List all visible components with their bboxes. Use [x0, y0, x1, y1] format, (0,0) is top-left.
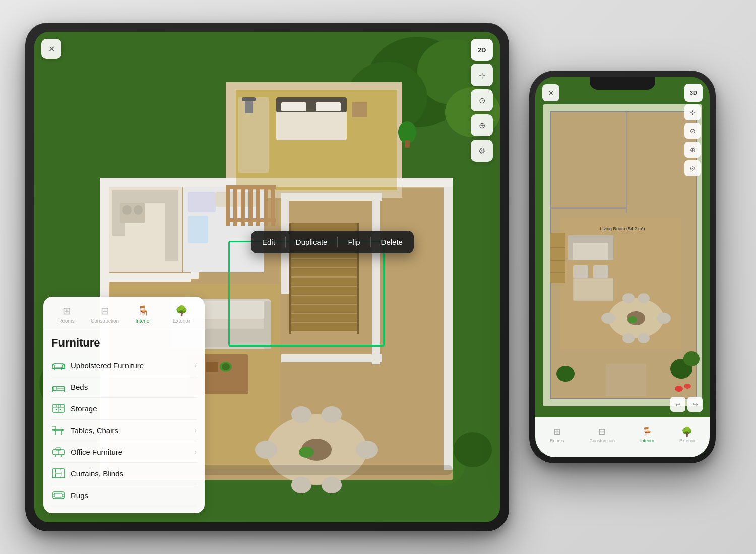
phone-notch — [590, 77, 655, 90]
svg-rect-73 — [316, 102, 341, 111]
phone-camera-button[interactable]: ⊙ — [684, 123, 701, 139]
context-menu-duplicate[interactable]: Duplicate — [287, 235, 337, 249]
svg-rect-60 — [291, 268, 357, 276]
storage-icon — [51, 403, 66, 414]
svg-point-164 — [556, 366, 575, 382]
svg-rect-123 — [54, 493, 62, 497]
curtains-icon — [51, 468, 66, 479]
svg-point-149 — [601, 313, 615, 324]
context-menu-flip[interactable]: Flip — [339, 235, 369, 249]
phone-exterior-icon: 🌳 — [681, 426, 692, 437]
tablet-settings-button[interactable]: ⚙ — [471, 140, 493, 162]
furniture-item-kitchen[interactable]: Kitchen › — [51, 506, 197, 513]
phone-rooms-icon: ⊞ — [553, 426, 561, 437]
sidebar-tab-rooms[interactable]: ⊞ Rooms — [47, 303, 86, 326]
phone-tab-construction[interactable]: ⊟ Construction — [589, 426, 615, 443]
sidebar-tab-exterior-label: Exterior — [173, 318, 190, 324]
svg-rect-24 — [281, 354, 382, 362]
svg-point-153 — [622, 333, 635, 343]
tablet-layers-button[interactable]: ⊕ — [471, 114, 493, 136]
sidebar-tab-interior[interactable]: 🪑 Interior — [124, 303, 162, 326]
tablet-expand-button[interactable]: ⊹ — [471, 64, 493, 86]
furniture-item-tables-chairs[interactable]: Tables, Chairs › — [51, 420, 197, 441]
svg-point-106 — [56, 409, 57, 410]
svg-rect-79 — [405, 140, 410, 148]
furniture-item-storage[interactable]: Storage › — [51, 398, 197, 420]
phone-expand-icon: ⊹ — [690, 109, 696, 116]
phone-tab-interior[interactable]: 🪑 Interior — [640, 426, 654, 443]
close-icon: ✕ — [48, 44, 55, 54]
phone-close-button[interactable]: ✕ — [542, 84, 559, 101]
tables-chairs-label: Tables, Chairs — [71, 426, 118, 435]
tablet-camera-button[interactable]: ⊙ — [471, 89, 493, 111]
svg-point-47 — [255, 441, 277, 459]
svg-rect-64 — [291, 305, 357, 313]
svg-point-156 — [628, 316, 637, 323]
furniture-section-title: Furniture — [51, 336, 197, 350]
furniture-item-beds[interactable]: Beds › — [51, 376, 197, 398]
svg-point-6 — [454, 432, 492, 467]
curtains-label: Curtains, Blinds — [71, 469, 123, 478]
phone-expand-button[interactable]: ⊹ — [684, 104, 701, 120]
phone-camera-icon: ⊙ — [690, 127, 696, 135]
svg-rect-145 — [608, 235, 613, 260]
svg-rect-87 — [226, 185, 276, 189]
phone-settings-button[interactable]: ⚙ — [684, 160, 701, 176]
phone-tab-rooms[interactable]: ⊞ Rooms — [550, 426, 564, 443]
kitchen-icon — [51, 511, 66, 513]
phone-close-icon: ✕ — [548, 89, 554, 97]
svg-rect-61 — [291, 278, 357, 286]
rugs-label: Rugs — [71, 491, 88, 500]
furniture-item-curtains-left: Curtains, Blinds — [51, 468, 123, 479]
svg-point-152 — [638, 293, 650, 303]
phone-tab-construction-label: Construction — [589, 438, 615, 443]
upholstered-icon — [51, 360, 66, 371]
svg-rect-161 — [573, 278, 613, 301]
phone-right-icons: ⊹ ⊙ ⊕ ⚙ — [684, 84, 703, 176]
furniture-item-upholstered-left: Upholstered Furniture — [51, 360, 144, 371]
svg-rect-41 — [264, 301, 271, 349]
phone-undo-button[interactable]: ↩ — [670, 397, 685, 412]
furniture-item-rugs-left: Rugs — [51, 490, 88, 501]
tablet-close-button[interactable]: ✕ — [41, 39, 61, 59]
svg-rect-93 — [55, 367, 62, 369]
svg-rect-88 — [226, 218, 276, 222]
svg-rect-28 — [165, 190, 178, 261]
furniture-item-tables-chairs-left: Tables, Chairs — [51, 425, 118, 436]
furniture-item-office[interactable]: Office Furniture › — [51, 441, 197, 463]
phone-tab-exterior[interactable]: 🌳 Exterior — [679, 426, 695, 443]
svg-rect-167 — [606, 364, 646, 396]
svg-rect-77 — [242, 97, 256, 101]
furniture-item-curtains[interactable]: Curtains, Blinds › — [51, 463, 197, 484]
sidebar-tab-rooms-label: Rooms — [58, 318, 75, 324]
office-icon — [51, 446, 66, 457]
context-menu-edit[interactable]: Edit — [253, 235, 284, 249]
kitchen-label: Kitchen — [71, 513, 96, 514]
phone-layers-icon: ⊕ — [690, 146, 696, 154]
svg-rect-20 — [100, 273, 191, 282]
svg-rect-146 — [573, 265, 588, 278]
svg-point-108 — [60, 409, 61, 410]
svg-point-154 — [638, 333, 650, 343]
storage-label: Storage — [71, 404, 97, 413]
layers-icon: ⊕ — [479, 121, 485, 130]
scene: Edit Duplicate Flip Delete ✕ 2D ⊹ — [0, 0, 756, 554]
svg-rect-143 — [568, 235, 613, 243]
sidebar-tab-exterior[interactable]: 🌳 Exterior — [162, 303, 201, 326]
furniture-item-rugs[interactable]: Rugs › — [51, 484, 197, 506]
phone-layers-button[interactable]: ⊕ — [684, 142, 701, 158]
svg-rect-17 — [444, 178, 453, 470]
context-menu-delete[interactable]: Delete — [372, 235, 412, 249]
furniture-item-upholstered[interactable]: Upholstered Furniture › — [51, 355, 197, 376]
sidebar-tab-construction[interactable]: ⊟ Construction — [86, 303, 124, 326]
svg-rect-157 — [550, 233, 565, 283]
tablet-view-mode-badge[interactable]: 2D — [471, 39, 493, 61]
svg-point-150 — [657, 313, 671, 324]
phone-redo-button[interactable]: ↪ — [687, 397, 703, 412]
svg-rect-63 — [291, 296, 357, 304]
expand-icon: ⊹ — [479, 71, 485, 80]
svg-rect-33 — [188, 192, 216, 212]
svg-rect-74 — [352, 102, 367, 117]
sidebar-tab-construction-label: Construction — [91, 318, 119, 324]
context-menu: Edit Duplicate Flip Delete — [251, 231, 414, 253]
